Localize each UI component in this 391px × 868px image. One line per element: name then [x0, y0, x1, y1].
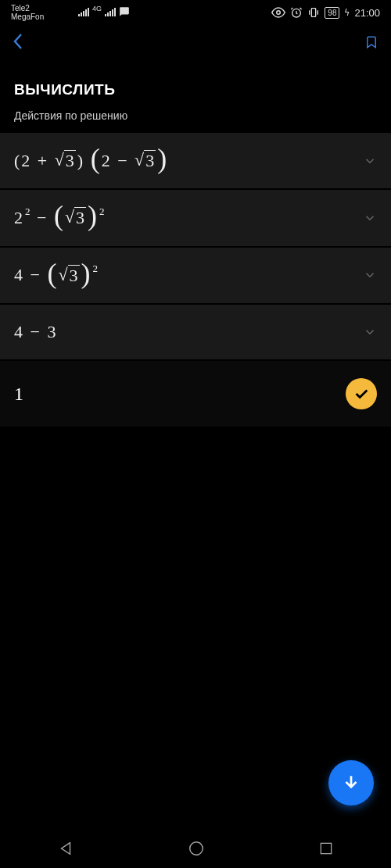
- chevron-down-icon: [363, 325, 377, 339]
- math-expression: (2 + √3) (2 − √3): [14, 150, 167, 171]
- status-right: 98 ϟ 21:00: [271, 5, 380, 20]
- carrier-1: Tele2: [11, 4, 44, 13]
- charging-icon: ϟ: [344, 8, 350, 18]
- alarm-icon: [290, 6, 303, 19]
- page-title: ВЫЧИСЛИТЬ: [14, 81, 377, 98]
- svg-rect-2: [312, 9, 316, 17]
- chevron-down-icon: [363, 268, 377, 282]
- solution-step-4[interactable]: 4 − 3: [0, 305, 391, 359]
- section-header: ВЫЧИСЛИТЬ Действия по решению: [0, 63, 391, 133]
- svg-rect-4: [321, 843, 332, 853]
- chevron-down-icon: [363, 154, 377, 168]
- status-time: 21:00: [354, 7, 380, 19]
- svg-point-0: [277, 11, 281, 15]
- download-fab[interactable]: [328, 760, 374, 805]
- system-nav-bar: [0, 829, 391, 868]
- chevron-down-icon: [363, 211, 377, 225]
- solution-step-2[interactable]: 22 − (√3)2: [0, 190, 391, 245]
- chat-icon: [119, 6, 130, 17]
- signal-icon-1: [78, 7, 89, 16]
- status-bar: Tele2 MegaFon 4G 98 ϟ 21:00: [0, 0, 391, 25]
- solution-step-3[interactable]: 4 − (√3)2: [0, 248, 391, 303]
- app-header: [0, 25, 391, 63]
- math-expression: 4 − 3: [14, 322, 56, 342]
- back-button[interactable]: [13, 33, 23, 55]
- network-label: 4G: [92, 5, 102, 13]
- check-icon: [346, 378, 377, 409]
- carrier-names: Tele2 MegaFon: [11, 4, 44, 21]
- status-center: 4G: [78, 6, 130, 17]
- solution-step-1[interactable]: (2 + √3) (2 − √3): [0, 133, 391, 188]
- eye-icon: [271, 5, 285, 20]
- vibrate-icon: [307, 6, 320, 19]
- carrier-2: MegaFon: [11, 13, 44, 21]
- battery-icon: 98: [325, 7, 339, 19]
- signal-icon-2: [105, 7, 116, 16]
- nav-recent-icon[interactable]: [318, 841, 334, 856]
- svg-point-3: [190, 842, 203, 855]
- bookmark-button[interactable]: [364, 34, 378, 54]
- page-subtitle: Действия по решению: [14, 109, 377, 122]
- math-expression: 22 − (√3)2: [14, 207, 104, 228]
- nav-back-icon[interactable]: [57, 840, 74, 857]
- math-expression: 4 − (√3)2: [14, 265, 97, 286]
- result-value: 1: [14, 384, 23, 405]
- nav-home-icon[interactable]: [188, 840, 205, 857]
- solution-result: 1: [0, 361, 391, 427]
